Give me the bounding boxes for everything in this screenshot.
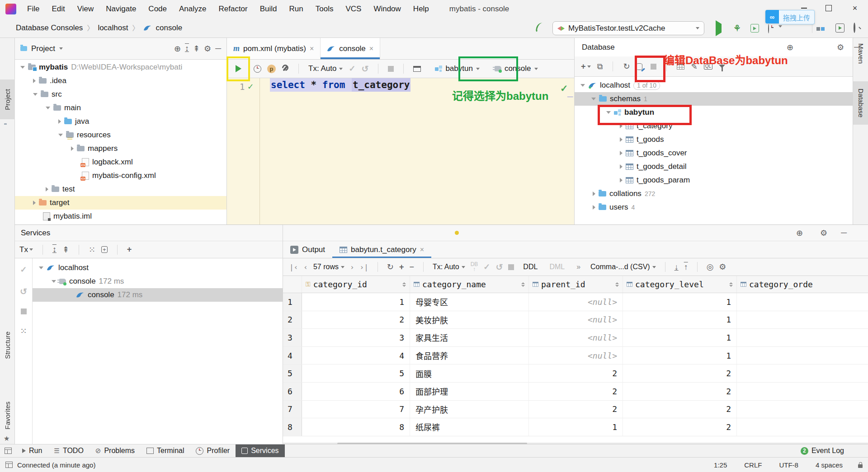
cell-category-name[interactable]: 孕产护肤 — [410, 401, 529, 418]
tree-row-java[interactable]: java — [15, 115, 226, 128]
tree-row-table[interactable]: t_goods_param — [575, 173, 853, 187]
row-count-select[interactable]: 57 rows — [313, 263, 344, 271]
caret-position[interactable]: 1:25 — [714, 461, 727, 469]
run-anything-button[interactable] — [835, 23, 844, 33]
import-upload-icon[interactable]: ↑ — [684, 262, 688, 272]
search-everywhere-button[interactable] — [854, 23, 855, 33]
tree-row-test[interactable]: test — [15, 182, 226, 196]
cell-category-id[interactable]: 7 — [302, 401, 410, 418]
menu-item[interactable]: File — [27, 5, 39, 14]
bottom-tab-run[interactable]: Run — [16, 444, 48, 457]
cell-category-id[interactable]: 1 — [302, 293, 410, 311]
close-icon[interactable]: × — [420, 246, 424, 254]
add-datasource-button[interactable]: + — [581, 62, 591, 71]
collapse-all-icon[interactable]: ⇞ — [193, 44, 200, 54]
cell-parent-id[interactable]: <null> — [529, 311, 623, 329]
tree-row-resources[interactable]: resources — [15, 128, 226, 142]
table-row[interactable]: 1 1 母婴专区 <null> 1 — [283, 293, 868, 311]
sort-icon[interactable] — [729, 282, 733, 287]
toolwindow-switcher-icon[interactable] — [5, 448, 12, 454]
build-swoosh-icon[interactable] — [536, 23, 545, 34]
tree-row-table[interactable]: t_goods — [575, 133, 853, 146]
cell-category-id[interactable]: 2 — [302, 311, 410, 329]
cell-category-order[interactable] — [737, 311, 868, 329]
column-header-category-id[interactable]: ⚿ category_id — [302, 276, 410, 293]
layout-icon[interactable]: ⁙ — [20, 326, 27, 336]
hide-panel-icon[interactable]: ─ — [854, 42, 860, 52]
cell-category-level[interactable]: 1 — [623, 293, 737, 311]
cell-category-level[interactable]: 2 — [623, 401, 737, 418]
prev-page-icon[interactable]: ‹ — [303, 263, 308, 271]
locate-icon[interactable]: ⊕ — [787, 42, 793, 52]
star-icon[interactable]: ★ — [4, 435, 9, 443]
cell-category-level[interactable]: 1 — [623, 329, 737, 346]
status-grid-icon[interactable] — [5, 462, 13, 468]
tab-console[interactable]: console× — [321, 38, 380, 59]
cell-category-id[interactable]: 3 — [302, 329, 410, 346]
group-by-icon[interactable]: ⁙ — [89, 245, 95, 255]
add-row-icon[interactable]: + — [399, 262, 404, 272]
row-number-cell[interactable]: 1 — [283, 293, 302, 311]
cell-category-order[interactable] — [737, 365, 868, 382]
sql-statement[interactable]: select * from t_category — [270, 79, 410, 90]
table-row[interactable]: 2 2 美妆护肤 <null> 1 — [283, 311, 868, 329]
column-header-category-name[interactable]: category_name — [410, 276, 529, 293]
tree-row-idea[interactable]: .idea — [15, 74, 226, 88]
stripe-tab-database[interactable]: Database — [853, 81, 868, 125]
menu-item[interactable]: View — [77, 5, 94, 14]
cell-category-id[interactable]: 8 — [302, 418, 410, 436]
table-row[interactable]: 5 5 面膜 2 2 — [283, 365, 868, 383]
tree-row-collations[interactable]: collations 272 — [575, 187, 853, 201]
more-actions-icon[interactable]: » — [576, 263, 580, 271]
tree-row-table[interactable]: t_goods_detail — [575, 160, 853, 173]
coverage-button[interactable] — [750, 24, 759, 33]
cell-category-name[interactable]: 纸尿裤 — [410, 418, 529, 436]
cell-category-order[interactable] — [737, 293, 868, 311]
cell-category-name[interactable]: 美妆护肤 — [410, 311, 529, 329]
result-view-icon[interactable] — [413, 66, 421, 72]
tree-row-src[interactable]: src — [15, 88, 226, 101]
menu-item[interactable]: Analyze — [179, 5, 206, 14]
tx-mode-select[interactable]: Tx: Auto — [433, 263, 465, 271]
cell-category-order[interactable] — [737, 401, 868, 418]
cell-parent-id[interactable]: <null> — [529, 347, 623, 365]
menu-item[interactable]: Refactor — [218, 5, 247, 14]
locate-icon[interactable]: ⊕ — [174, 44, 181, 54]
cell-category-name[interactable]: 面膜 — [410, 365, 529, 382]
cell-category-name[interactable]: 家具生活 — [410, 329, 529, 346]
tree-row-console-file[interactable]: console 172 ms — [33, 288, 283, 302]
lock-icon[interactable] — [858, 464, 863, 468]
row-number-cell[interactable]: 8 — [283, 418, 302, 436]
reload-icon[interactable]: ↻ — [387, 262, 394, 272]
cell-parent-id[interactable]: 1 — [529, 418, 623, 436]
settings-wrench-icon[interactable] — [282, 65, 289, 72]
run-configuration-select[interactable]: MyBatisTestor.testLv2Cache — [552, 21, 704, 35]
tree-row-mybatis[interactable]: mybatisD:\Web\IDEA-Workspace\mybati — [15, 61, 226, 74]
sort-icon[interactable] — [521, 282, 525, 287]
duplicate-icon[interactable]: ⧉ — [597, 62, 603, 71]
gear-icon[interactable]: ⚙ — [204, 44, 211, 54]
profiler-button[interactable] — [768, 24, 769, 33]
tab-result-table[interactable]: babytun.t_category × — [332, 241, 431, 258]
history-icon[interactable] — [254, 65, 261, 73]
add-service-frame-icon[interactable]: + — [101, 246, 108, 253]
run-button[interactable] — [716, 24, 722, 33]
tree-row-console-session[interactable]: console 172 ms — [33, 275, 283, 288]
project-view-title[interactable]: Project — [31, 44, 55, 53]
bottom-tab-profiler[interactable]: Profiler — [190, 444, 236, 457]
indent-select[interactable]: 4 spaces — [816, 461, 843, 469]
locate-icon[interactable]: ⊕ — [796, 228, 803, 238]
bottom-tab-terminal[interactable]: Terminal — [141, 444, 190, 457]
hide-panel-icon[interactable]: ─ — [215, 44, 221, 53]
menu-item[interactable]: Window — [373, 5, 401, 14]
cell-parent-id[interactable]: 2 — [529, 401, 623, 418]
tree-row-mybatis-config[interactable]: mybatis-config.xml — [15, 169, 226, 182]
export-format-select[interactable]: Comma-...d (CSV) — [590, 263, 656, 271]
cell-parent-id[interactable]: <null> — [529, 293, 623, 311]
menu-item[interactable]: Code — [148, 5, 167, 14]
delete-row-icon[interactable]: − — [409, 262, 414, 272]
row-number-cell[interactable]: 6 — [283, 383, 302, 400]
next-page-icon[interactable]: › — [350, 263, 354, 271]
export-download-icon[interactable]: ↓ — [675, 262, 679, 272]
cell-category-level[interactable]: 2 — [623, 365, 737, 382]
